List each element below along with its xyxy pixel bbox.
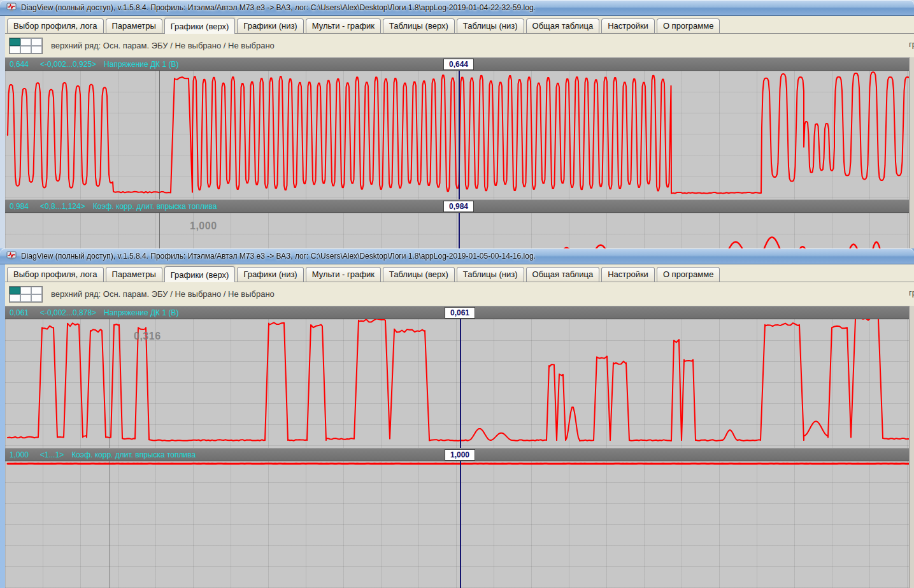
app-icon[interactable] <box>6 2 17 14</box>
legend-cell-active[interactable] <box>10 38 20 46</box>
row-selection-label: верхний ряд: Осн. парам. ЭБУ / Не выбран… <box>51 41 275 50</box>
marker-line <box>159 71 160 199</box>
chart-dk1-voltage: 0,644 <-0,002...0,925> Напряжение ДК 1 (… <box>5 57 914 199</box>
title-bar[interactable]: DiagView (полный доступ), v.1.5.8.4. Про… <box>0 248 914 264</box>
cursor-line[interactable] <box>459 71 460 199</box>
tab-tables-top[interactable]: Таблицы (верх) <box>383 18 455 33</box>
tab-settings[interactable]: Настройки <box>601 267 655 282</box>
app-icon[interactable] <box>6 250 17 262</box>
grid-value-label: 1,000 <box>190 220 217 232</box>
tab-about[interactable]: О программе <box>657 267 720 282</box>
tab-bar: Выбор профиля, логаПараметрыГрафики (вер… <box>5 264 914 282</box>
legend-cell[interactable] <box>20 287 31 294</box>
current-value: 0,644 <box>10 60 32 69</box>
cursor-value-box: 1,000 <box>445 449 475 461</box>
legend-cell[interactable] <box>20 46 31 54</box>
value-range: <1...1> <box>40 450 64 459</box>
tab-tables-bottom[interactable]: Таблицы (низ) <box>457 267 524 282</box>
marker-line <box>110 319 110 448</box>
row-selection-label: верхний ряд: Осн. парам. ЭБУ / Не выбран… <box>51 289 275 299</box>
cursor-value-box: 0,984 <box>443 201 474 212</box>
chart-fuel-correction: 1,000 <1...1> Коэф. корр. длит. впрыска … <box>5 448 914 588</box>
chart-header-fuel-corr: 0,984 <0,8...1,124> Коэф. корр. длит. вп… <box>5 199 914 213</box>
waveform-fuel-corr <box>5 461 910 588</box>
tab-tables-top[interactable]: Таблицы (верх) <box>383 267 455 282</box>
parameter-name: Коэф. корр. длит. впрыска топлива <box>71 450 196 459</box>
tab-profile-log[interactable]: Выбор профиля, лога <box>7 18 104 33</box>
chart-header-dk1: 0,644 <-0,002...0,925> Напряжение ДК 1 (… <box>5 57 914 71</box>
parameter-name: Напряжение ДК 1 (В) <box>104 308 178 317</box>
tab-multi-graph[interactable]: Мульти - график <box>306 18 381 33</box>
value-range: <-0,002...0,925> <box>40 60 96 69</box>
cropped-right-button[interactable]: гр <box>909 39 914 49</box>
tab-graphs-bottom[interactable]: Графики (низ) <box>237 267 303 282</box>
window-diagview-top: DiagView (полный доступ), v.1.5.8.4. Про… <box>0 0 914 268</box>
parameter-name: Напряжение ДК 1 (В) <box>104 60 178 69</box>
current-value: 0,984 <box>10 202 32 211</box>
scrollbar-strip[interactable] <box>909 57 914 268</box>
chart-plot-dk1[interactable]: 0,316 <box>5 319 914 448</box>
window-body: Выбор профиля, логаПараметрыГрафики (вер… <box>5 16 914 268</box>
current-value: 0,061 <box>10 308 32 317</box>
grid-value-label: 0,316 <box>134 331 161 342</box>
tab-profile-log[interactable]: Выбор профиля, лога <box>7 267 104 282</box>
window-body: Выбор профиля, логаПараметрыГрафики (вер… <box>5 264 914 588</box>
legend-cell[interactable] <box>10 294 20 302</box>
legend-cell[interactable] <box>20 38 31 46</box>
marker-line <box>110 461 110 588</box>
series-legend-grid-icon[interactable] <box>9 38 43 54</box>
tab-graphs-top[interactable]: Графики (верх) <box>164 18 236 34</box>
chart-plot-fuel-corr[interactable] <box>5 461 914 588</box>
legend-cell[interactable] <box>20 294 31 302</box>
cursor-value-box: 0,061 <box>445 307 475 319</box>
legend-cell-active[interactable] <box>10 287 20 294</box>
tab-common-table[interactable]: Общая таблица <box>526 18 600 33</box>
legend-cell[interactable] <box>31 46 42 54</box>
chart-plot-dk1[interactable] <box>5 71 914 199</box>
window-title: DiagView (полный доступ), v.1.5.8.4. Про… <box>21 3 536 12</box>
scrollbar-strip[interactable] <box>909 306 914 588</box>
waveform-dk1 <box>5 71 910 199</box>
current-value: 1,000 <box>10 450 32 459</box>
cursor-line[interactable] <box>460 319 461 448</box>
tab-parameters[interactable]: Параметры <box>106 18 162 33</box>
tab-common-table[interactable]: Общая таблица <box>526 267 600 282</box>
tab-bar: Выбор профиля, логаПараметрыГрафики (вер… <box>5 16 914 34</box>
legend-cell[interactable] <box>10 46 20 54</box>
cursor-line[interactable] <box>460 461 461 588</box>
tab-about[interactable]: О программе <box>657 18 720 33</box>
legend-cell[interactable] <box>31 38 42 46</box>
legend-cell[interactable] <box>31 294 42 302</box>
series-legend-grid-icon[interactable] <box>9 286 43 303</box>
value-range: <-0,002...0,878> <box>40 308 96 317</box>
tab-parameters[interactable]: Параметры <box>106 267 162 282</box>
title-bar[interactable]: DiagView (полный доступ), v.1.5.8.4. Про… <box>0 0 914 16</box>
toolbar: верхний ряд: Осн. парам. ЭБУ / Не выбран… <box>5 34 914 57</box>
window-title: DiagView (полный доступ), v.1.5.8.4. Про… <box>21 252 536 261</box>
chart-header-fuel-corr: 1,000 <1...1> Коэф. корр. длит. впрыска … <box>5 448 914 461</box>
cursor-value-box: 0,644 <box>443 59 474 70</box>
toolbar: верхний ряд: Осн. парам. ЭБУ / Не выбран… <box>5 282 914 306</box>
legend-cell[interactable] <box>31 287 42 294</box>
parameter-name: Коэф. корр. длит. впрыска топлива <box>93 202 217 211</box>
value-range: <0,8...1,124> <box>40 202 85 211</box>
tab-graphs-bottom[interactable]: Графики (низ) <box>237 18 303 33</box>
tab-settings[interactable]: Настройки <box>601 18 655 33</box>
window-diagview-bottom: DiagView (полный доступ), v.1.5.8.4. Про… <box>0 248 914 588</box>
tab-tables-bottom[interactable]: Таблицы (низ) <box>457 18 524 33</box>
tab-graphs-top[interactable]: Графики (верх) <box>164 266 236 282</box>
chart-dk1-voltage: 0,061 <-0,002...0,878> Напряжение ДК 1 (… <box>5 306 914 448</box>
cropped-right-button[interactable]: гр <box>909 288 914 298</box>
tab-multi-graph[interactable]: Мульти - график <box>306 267 381 282</box>
chart-header-dk1: 0,061 <-0,002...0,878> Напряжение ДК 1 (… <box>5 306 914 319</box>
